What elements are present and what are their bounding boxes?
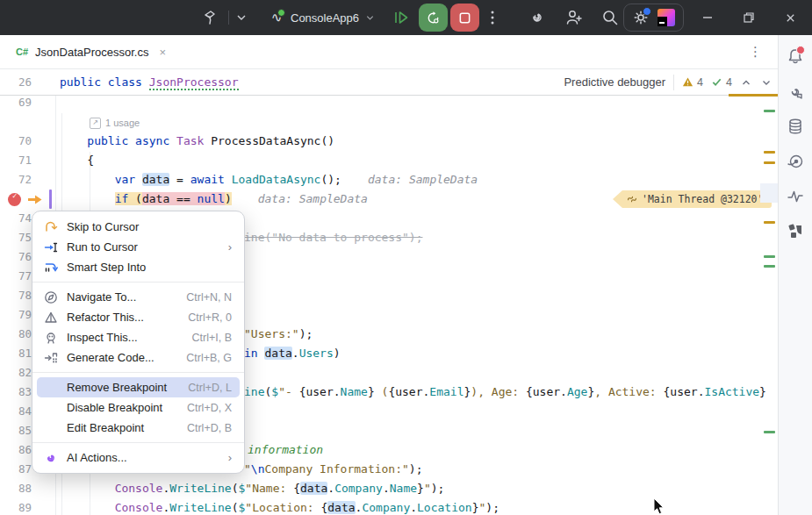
more-actions-icon[interactable] xyxy=(484,9,503,28)
restore-button[interactable] xyxy=(729,0,769,35)
stop-button[interactable] xyxy=(450,4,479,32)
menu-item-disable-breakpoint[interactable]: Disable BreakpointCtrl+D, X xyxy=(37,397,240,418)
line-number-84[interactable]: 84 xyxy=(2,402,32,421)
code-token xyxy=(101,75,108,89)
line-number-71[interactable]: 71 xyxy=(2,151,32,170)
line-number-72[interactable]: 72 xyxy=(2,170,32,190)
line-number-88[interactable]: 88 xyxy=(2,479,32,498)
code-line-88[interactable]: Console.WriteLine($"Name: {data.Company.… xyxy=(60,479,444,498)
ai-chat-icon[interactable] xyxy=(787,83,804,101)
sticky-header-line[interactable]: 26 public class JsonProcessor Predictive… xyxy=(0,69,778,96)
code-line-75[interactable]: ine("No data to process"); xyxy=(244,228,423,247)
code-token: . xyxy=(292,347,299,360)
csharp-file-icon: C# xyxy=(16,46,28,57)
running-status-dot xyxy=(277,9,285,17)
code-line-72[interactable]: var data = await LoadDataAsync();data: S… xyxy=(60,170,478,190)
code-line-70[interactable]: public async Task ProcessDataAsync() xyxy=(60,132,334,151)
line-number-89[interactable]: 89 xyxy=(2,498,32,515)
error-stripe-mark[interactable] xyxy=(764,431,775,433)
error-stripe-mark[interactable] xyxy=(764,255,775,258)
code-line-87[interactable]: "\nCompany Information:"); xyxy=(244,460,423,479)
next-issue-chevron-icon[interactable] xyxy=(760,76,772,89)
gear-icon[interactable] xyxy=(632,9,650,26)
run-config-selector[interactable]: ∿ ConsoleApp6 xyxy=(269,7,375,28)
code-line-86[interactable]: information xyxy=(248,440,323,460)
database-icon[interactable] xyxy=(787,118,804,135)
error-stripe-mark[interactable] xyxy=(764,161,775,164)
close-window-button[interactable] xyxy=(770,0,810,35)
error-stripe-mark[interactable] xyxy=(764,265,775,268)
menu-item-navigate-to[interactable]: Navigate To...Ctrl+N, N xyxy=(37,287,240,307)
line-number-83[interactable]: 83 xyxy=(2,383,32,402)
menu-item-shortcut: Ctrl+R, 0 xyxy=(188,311,232,324)
menu-item-remove-breakpoint[interactable]: Remove BreakpointCtrl+D, L xyxy=(37,377,240,397)
line-number-75[interactable]: 75 xyxy=(2,228,32,247)
menu-item-label: Edit Breakpoint xyxy=(67,421,144,434)
inspect-this-icon xyxy=(44,331,67,345)
resume-program-icon[interactable] xyxy=(392,9,412,28)
line-number-78[interactable]: 78 xyxy=(2,286,32,305)
coverage-pinwheel-icon[interactable] xyxy=(787,222,804,240)
line-number-82[interactable]: 82 xyxy=(2,363,32,383)
code-with-me-icon[interactable] xyxy=(564,8,584,27)
tab-jsondataprocessor[interactable]: C# JsonDataProcessor.cs × xyxy=(7,35,175,68)
inspections-divider xyxy=(673,75,674,90)
ai-assistant-icon[interactable] xyxy=(528,8,547,27)
line-number-26[interactable]: 26 xyxy=(2,73,32,92)
code-line-73[interactable]: if (data == null)data: SampleData xyxy=(60,190,368,209)
endpoints-target-icon[interactable] xyxy=(787,153,804,170)
error-stripe-mark[interactable] xyxy=(764,110,775,112)
menu-item-inspect-this[interactable]: Inspect This...Ctrl+I, B xyxy=(37,327,240,347)
code-token: {user. xyxy=(299,385,341,398)
code-line-71[interactable]: { xyxy=(60,151,94,170)
search-icon[interactable] xyxy=(600,8,620,27)
code-line-80[interactable]: "Users:"); xyxy=(244,325,313,344)
code-line-81[interactable]: in data.Users) xyxy=(244,344,341,363)
line-number-80[interactable]: 80 xyxy=(2,325,32,344)
line-number-70[interactable]: 70 xyxy=(2,132,32,151)
line-number-69[interactable]: 69 xyxy=(2,96,32,112)
error-stripe-mark[interactable] xyxy=(764,151,775,154)
minimize-button[interactable] xyxy=(687,0,728,35)
passed-counter[interactable]: 4 xyxy=(711,76,732,89)
menu-item-label: Smart Step Into xyxy=(67,261,146,274)
restart-debug-button[interactable] xyxy=(419,4,448,32)
code-token: async xyxy=(135,134,169,147)
menu-item-shortcut: Ctrl+D, B xyxy=(187,422,232,434)
close-tab-icon[interactable]: × xyxy=(159,46,166,59)
notifications-bell-icon[interactable] xyxy=(787,47,804,65)
sticky-code-line[interactable]: public class JsonProcessor xyxy=(60,73,239,92)
code-line-83[interactable]: ine($"- {user.Name} ({user.Email}), Age:… xyxy=(244,383,766,402)
tab-label: JsonDataProcessor.cs xyxy=(35,46,148,59)
tab-options-icon[interactable]: ⋮ xyxy=(749,44,762,60)
usage-annotation[interactable]: ↗1 usage xyxy=(90,115,140,131)
line-number-77[interactable]: 77 xyxy=(2,267,32,286)
menu-item-refactor-this[interactable]: Refactor This...Ctrl+R, 0 xyxy=(37,307,240,327)
prev-issue-chevron-icon[interactable] xyxy=(740,76,752,89)
menu-item-run-to-cursor[interactable]: Run to Cursor› xyxy=(37,237,240,257)
inspections-widget[interactable]: Predictive debugger 4 4 xyxy=(564,69,772,95)
code-token: data xyxy=(300,482,327,495)
code-token: Task xyxy=(176,134,204,147)
line-number-79[interactable]: 79 xyxy=(2,305,32,325)
rider-logo[interactable] xyxy=(658,9,675,26)
code-token: WriteLine xyxy=(169,501,231,514)
chevron-down-icon[interactable] xyxy=(235,11,255,31)
skip-to-cursor-icon xyxy=(44,220,67,234)
line-number-76[interactable]: 76 xyxy=(2,247,32,267)
code-line-89[interactable]: Console.WriteLine($"Location: {data.Comp… xyxy=(60,498,499,515)
line-number-87[interactable]: 87 xyxy=(2,460,32,479)
line-number-74[interactable]: 74 xyxy=(2,209,32,228)
warnings-counter[interactable]: 4 xyxy=(682,76,703,89)
line-number-85[interactable]: 85 xyxy=(2,421,32,440)
line-number-86[interactable]: 86 xyxy=(2,440,32,460)
menu-item-smart-step-into[interactable]: Smart Step Into xyxy=(37,257,240,277)
menu-item-ai-actions[interactable]: AI Actions...› xyxy=(37,447,240,468)
menu-item-generate-code[interactable]: Generate Code...Ctrl+B, G xyxy=(37,347,240,368)
build-hammer-icon[interactable] xyxy=(200,8,219,27)
error-stripe-mark[interactable] xyxy=(764,221,775,224)
profiler-pulse-icon[interactable] xyxy=(787,188,804,205)
menu-item-edit-breakpoint[interactable]: Edit BreakpointCtrl+D, B xyxy=(37,418,240,438)
line-number-81[interactable]: 81 xyxy=(2,344,32,363)
menu-item-skip-to-cursor[interactable]: Skip to Cursor xyxy=(37,217,240,237)
